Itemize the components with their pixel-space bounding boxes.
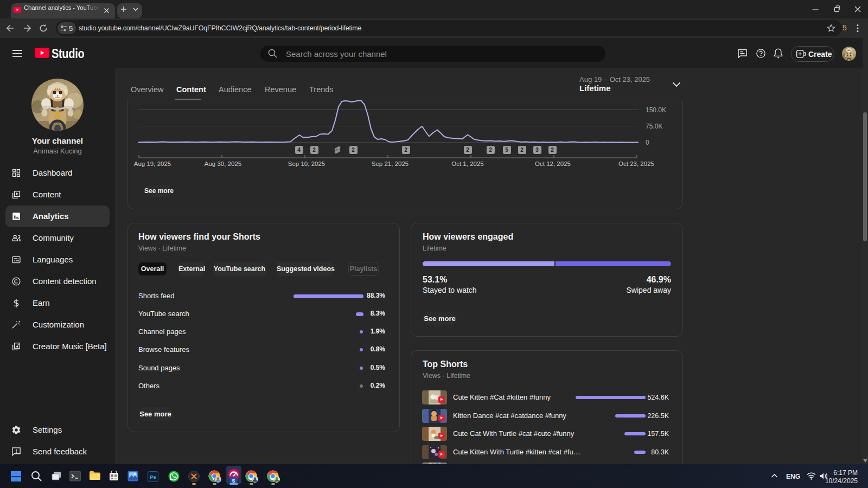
svg-text:Ps: Ps — [150, 474, 156, 480]
